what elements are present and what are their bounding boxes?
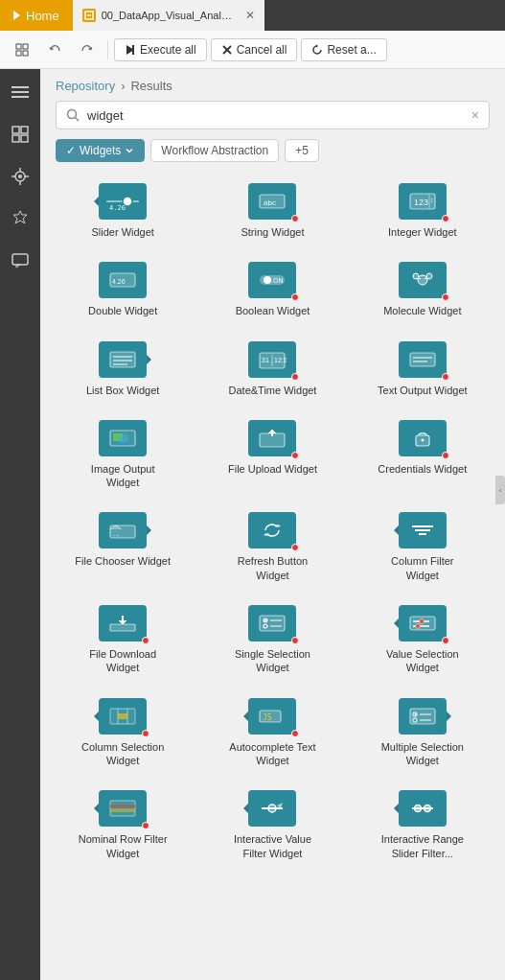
widget-cell-columnselection[interactable]: Column Selection Widget xyxy=(48,688,197,782)
widget-cell-textoutput[interactable]: Text Output Widget xyxy=(348,332,497,410)
redo-button[interactable] xyxy=(73,39,102,60)
widget-label-textoutput: Text Output Widget xyxy=(378,384,468,397)
widget-cell-filedownload[interactable]: File Download Widget xyxy=(48,595,197,688)
svg-line-26 xyxy=(76,118,80,122)
port-left-icon xyxy=(94,712,99,721)
widget-cell-interactiverange[interactable]: Interactive Range Slider Filter... xyxy=(348,781,497,874)
red-dot-icon xyxy=(442,293,449,301)
svg-rect-96 xyxy=(110,805,135,808)
search-clear-button[interactable]: × xyxy=(471,107,479,123)
widget-icon-interactivevalue xyxy=(248,790,296,827)
widget-cell-boolean[interactable]: ONBoolean Widget xyxy=(197,252,347,331)
widget-icon-refreshbutton xyxy=(248,512,296,548)
widget-label-fileupload: File Upload Widget xyxy=(228,462,317,476)
svg-rect-5 xyxy=(23,51,28,56)
reset-label: Reset a... xyxy=(327,43,376,57)
execute-all-label: Execute all xyxy=(140,43,196,57)
widget-label-listbox: List Box Widget xyxy=(86,384,159,397)
widget-cell-integer[interactable]: 123↕Integer Widget xyxy=(348,174,497,252)
svg-rect-16 xyxy=(21,135,28,142)
widget-label-columnfilter: Column Filter Widget xyxy=(375,554,471,582)
sidebar-icon-menu[interactable] xyxy=(5,77,35,107)
svg-rect-2 xyxy=(16,44,21,49)
widget-icon-wrap-double: 4.26 xyxy=(99,262,147,298)
svg-point-103 xyxy=(424,805,430,812)
svg-rect-69 xyxy=(110,624,135,631)
widget-cell-slider[interactable]: 4.26Slider Widget xyxy=(48,174,197,252)
cancel-all-label: Cancel all xyxy=(237,43,287,57)
widget-cell-autocomplete[interactable]: JSAutocomplete Text Widget xyxy=(197,688,347,782)
widget-cell-multipleselection[interactable]: Multiple Selection Widget xyxy=(348,688,497,782)
widget-label-singleselection: Single Selection Widget xyxy=(224,647,320,675)
red-dot-icon xyxy=(142,822,149,829)
svg-text:12:00: 12:00 xyxy=(274,357,287,363)
sidebar xyxy=(0,69,40,980)
tab-home[interactable]: Home xyxy=(0,0,73,31)
sidebar-icon-settings[interactable] xyxy=(5,203,35,234)
red-dot-icon xyxy=(442,637,449,644)
filter-tag-check-icon: ✓ xyxy=(66,144,76,157)
widget-cell-credentials[interactable]: Credentials Widget xyxy=(348,410,497,503)
widget-cell-listbox[interactable]: List Box Widget xyxy=(48,332,197,410)
filter-tags: ✓ Widgets Workflow Abstraction +5 xyxy=(40,139,505,174)
search-input[interactable] xyxy=(87,108,464,123)
widget-icon-credentials xyxy=(399,420,447,456)
widget-cell-singleselection[interactable]: Single Selection Widget xyxy=(197,595,347,688)
sidebar-icon-layers[interactable] xyxy=(5,119,35,150)
svg-rect-54 xyxy=(410,353,435,366)
cancel-all-button[interactable]: Cancel all xyxy=(211,38,298,61)
widget-cell-refreshbutton[interactable]: Refresh Button Widget xyxy=(197,502,347,595)
tab-close-button[interactable]: ✕ xyxy=(245,9,255,22)
red-dot-icon xyxy=(291,452,299,459)
svg-text:ON: ON xyxy=(273,277,284,284)
widget-cell-molecule[interactable]: Molecule Widget xyxy=(348,252,497,331)
widget-cell-valueselection[interactable]: Value Selection Widget xyxy=(348,595,497,688)
red-dot-icon xyxy=(291,215,299,222)
sidebar-icon-chat[interactable] xyxy=(5,245,35,276)
svg-text:...: ... xyxy=(113,529,120,538)
filter-tag-widgets[interactable]: ✓ Widgets xyxy=(56,139,145,162)
widget-cell-string[interactable]: abcString Widget xyxy=(197,174,347,252)
svg-text:31: 31 xyxy=(262,357,269,363)
widget-cell-imageoutput[interactable]: Image Output Widget xyxy=(48,410,197,503)
grid-button[interactable] xyxy=(8,39,36,60)
port-left-icon xyxy=(94,197,99,206)
filter-tag-workflow[interactable]: Workflow Abstraction xyxy=(150,139,279,162)
widget-cell-columnfilter[interactable]: Column Filter Widget xyxy=(348,502,497,595)
widget-icon-wrap-textoutput xyxy=(399,341,447,378)
tab-active-label: 00_DataApp_Visual_Analysis_of_Sales_... xyxy=(102,10,234,21)
widget-icon-valueselection xyxy=(399,605,447,642)
widget-cell-filechooser[interactable]: ...File Chooser Widget xyxy=(48,502,197,595)
svg-rect-15 xyxy=(12,135,19,142)
red-dot-icon xyxy=(142,637,149,644)
content-area: Repository › Results × ✓ Widgets xyxy=(40,69,505,980)
svg-point-39 xyxy=(264,276,271,284)
widget-icon-wrap-imageoutput xyxy=(99,420,147,456)
collapse-handle[interactable]: ‹ xyxy=(495,476,505,504)
widget-cell-datetime[interactable]: 3112:00Date&Time Widget xyxy=(197,332,347,410)
undo-button[interactable] xyxy=(40,39,69,60)
tab-active[interactable]: 00_DataApp_Visual_Analysis_of_Sales_... … xyxy=(73,0,264,31)
svg-point-102 xyxy=(414,805,421,812)
widget-label-filedownload: File Download Widget xyxy=(75,647,171,675)
port-left-icon xyxy=(94,804,99,813)
widget-cell-fileupload[interactable]: File Upload Widget xyxy=(197,410,347,503)
red-dot-icon xyxy=(291,373,299,381)
widget-cell-nominalrow[interactable]: Nominal Row Filter Widget xyxy=(48,781,197,874)
red-dot-icon xyxy=(291,544,299,551)
widget-cell-double[interactable]: 4.26Double Widget xyxy=(48,252,197,331)
widget-icon-filechooser: ... xyxy=(99,512,147,548)
search-icon xyxy=(66,108,80,122)
widget-icon-autocomplete: JS xyxy=(248,698,296,735)
widget-label-molecule: Molecule Widget xyxy=(383,304,461,317)
widget-cell-interactivevalue[interactable]: Interactive Value Filter Widget xyxy=(197,781,347,874)
breadcrumb: Repository › Results xyxy=(40,69,505,101)
breadcrumb-repository[interactable]: Repository xyxy=(56,79,115,93)
grid-icon xyxy=(15,43,29,57)
cancel-icon xyxy=(221,44,233,56)
execute-all-button[interactable]: Execute all xyxy=(114,38,207,61)
filter-tag-more[interactable]: +5 xyxy=(285,139,319,162)
reset-button[interactable]: Reset a... xyxy=(301,38,386,61)
sidebar-icon-nodes[interactable] xyxy=(5,161,35,192)
widget-icon-datetime: 3112:00 xyxy=(248,341,296,378)
